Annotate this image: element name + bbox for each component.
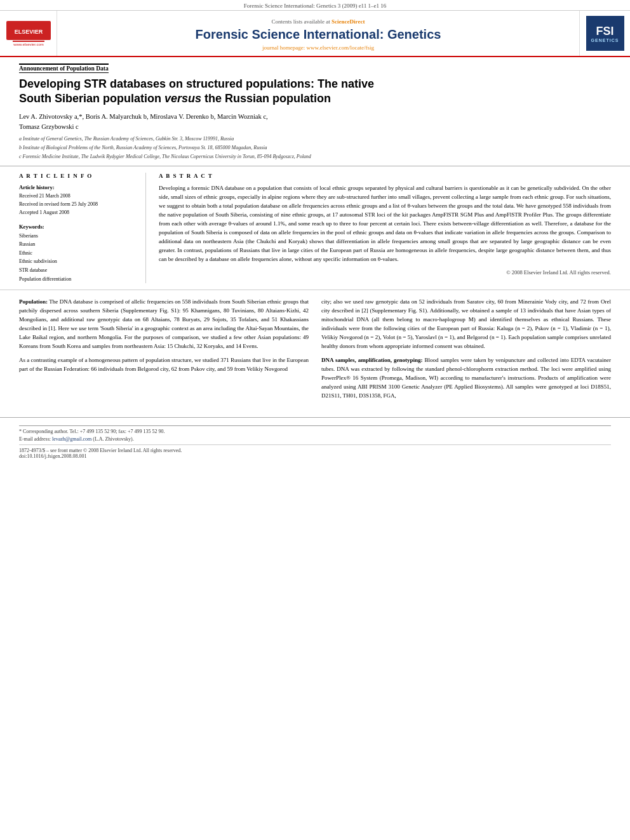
footer-area: * Corresponding author. Tel.: +7 499 135… — [0, 417, 630, 463]
svg-text:ELSEVIER: ELSEVIER — [14, 29, 43, 35]
issn-line: 1872-4973/$ – see front matter © 2008 El… — [19, 448, 611, 453]
fsi-logo: FSI GENETICS — [586, 16, 624, 51]
article-info-col: A R T I C L E I N F O Article history: R… — [19, 173, 146, 283]
article-info-heading: A R T I C L E I N F O — [19, 173, 138, 179]
header-area: ELSEVIER www.elsevier.com Contents lists… — [0, 11, 630, 57]
affiliation-a: a Institute of General Genetics, The Rus… — [19, 135, 611, 143]
article-history-block: Article history: Received 21 March 2008 … — [19, 184, 138, 217]
svg-rect-2 — [13, 41, 44, 42]
keyword-4: Ethnic subdivision — [19, 257, 138, 266]
elsevier-logo-area: ELSEVIER www.elsevier.com — [0, 11, 57, 56]
elsevier-logo: ELSEVIER www.elsevier.com — [6, 21, 51, 46]
email-link[interactable]: levazh@gmail.com — [52, 436, 91, 442]
body-right-col: city; also we used raw genotypic data on… — [321, 298, 611, 405]
sciencedirect-link[interactable]: ScienceDirect — [332, 18, 365, 25]
body-right-para-2: DNA samples, amplification, genotyping: … — [321, 356, 611, 401]
page-wrapper: Forensic Science International: Genetics… — [0, 0, 630, 463]
abstract-col: A B S T R A C T Developing a forensic DN… — [159, 173, 611, 283]
accepted-date: Accepted 1 August 2008 — [19, 209, 138, 217]
article-title: Developing STR databases on structured p… — [19, 77, 611, 107]
doi-line: doi:10.1016/j.fsigen.2008.08.001 — [19, 453, 611, 459]
affiliation-c: c Forensic Medicine Institute, The Ludwi… — [19, 153, 611, 161]
keyword-3: Ethnic — [19, 249, 138, 258]
history-label: Article history: — [19, 184, 138, 190]
keyword-5: STR database — [19, 266, 138, 275]
abstract-text: Developing a forensic DNA database on a … — [159, 184, 611, 263]
journal-header-center: Contents lists available at ScienceDirec… — [57, 11, 579, 56]
keyword-list: Siberians Russian Ethnic Ethnic subdivis… — [19, 232, 138, 284]
copyright-line: © 2008 Elsevier Ireland Ltd. All rights … — [159, 269, 611, 276]
body-section: Population: The DNA database is comprise… — [0, 290, 630, 411]
para2-bold-label: DNA samples, amplification, genotyping: — [321, 357, 422, 363]
body-para-2: As a contrasting example of a homogeneou… — [19, 356, 309, 374]
announcement-label: Announcement of Population Data — [19, 63, 109, 73]
footer-bottom: 1872-4973/$ – see front matter © 2008 El… — [19, 444, 611, 459]
keyword-2: Russian — [19, 240, 138, 249]
email-line: E-mail address: levazh@gmail.com (L.A. Z… — [19, 436, 611, 442]
para1-text: The DNA database is comprised of allelic… — [19, 298, 309, 349]
authors: Lev A. Zhivotovsky a,*, Boris A. Malyarc… — [19, 112, 611, 132]
svg-text:www.elsevier.com: www.elsevier.com — [13, 43, 44, 46]
affiliation-b: b Institute of Biological Problems of th… — [19, 144, 611, 152]
revised-date: Received in revised form 25 July 2008 — [19, 201, 138, 209]
body-para-1: Population: The DNA database is comprise… — [19, 298, 309, 351]
footer-divider — [19, 425, 611, 426]
keywords-block: Keywords: Siberians Russian Ethnic Ethni… — [19, 223, 138, 284]
abstract-heading: A B S T R A C T — [159, 173, 611, 179]
sciencedirect-line: Contents lists available at ScienceDirec… — [272, 18, 365, 25]
article-header: Announcement of Population Data Developi… — [0, 57, 630, 166]
journal-homepage: journal homepage: www.elsevier.com/locat… — [262, 44, 374, 51]
keyword-6: Population differentiation — [19, 275, 138, 284]
body-right-para-1: city; also we used raw genotypic data on… — [321, 298, 611, 351]
journal-title: Forensic Science International: Genetics — [196, 27, 441, 42]
article-info-abstract: A R T I C L E I N F O Article history: R… — [0, 166, 630, 290]
fsi-logo-area: FSI GENETICS — [579, 11, 630, 56]
keywords-label: Keywords: — [19, 223, 138, 230]
received-date: Received 21 March 2008 — [19, 192, 138, 201]
journal-citation: Forensic Science International: Genetics… — [244, 3, 387, 9]
body-left-col: Population: The DNA database is comprise… — [19, 298, 309, 405]
keyword-1: Siberians — [19, 232, 138, 241]
para1-bold-label: Population: — [19, 298, 48, 305]
top-bar: Forensic Science International: Genetics… — [0, 0, 630, 11]
footnote: * Corresponding author. Tel.: +7 499 135… — [19, 429, 611, 434]
